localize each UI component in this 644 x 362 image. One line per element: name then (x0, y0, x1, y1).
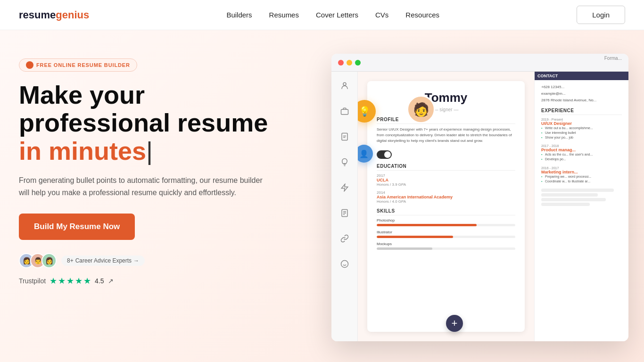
exp-item-2: 2017 - 2018 Product manag... Acts as the… (541, 144, 622, 162)
cursor: | (146, 137, 153, 165)
browser-dot-maximize (355, 60, 361, 66)
profile-text: Senior UI/UX Designer with 7+ years of e… (377, 127, 515, 144)
nav-resources[interactable]: Resources (405, 11, 439, 19)
star-1: ★ (50, 276, 57, 286)
svg-marker-5 (341, 184, 348, 191)
resume-card: 🧑 Tommy — signer — PROFILE Senior UI/UX … (367, 81, 525, 332)
sidebar-bolt-icon[interactable] (336, 179, 353, 196)
skill-illustrator: Illustrator (377, 230, 515, 238)
experience-title: EXPERIENCE (541, 108, 622, 115)
star-3: ★ (66, 276, 74, 286)
edu-item-2: 2014 Asia American International Academy… (377, 190, 515, 204)
profile-section-title: PROFILE (377, 117, 515, 124)
nav-links: Builders Resumes Cover Letters CVs Resou… (226, 11, 439, 19)
badge-text: FREE ONLINE RESUME BUILDER (36, 62, 130, 68)
hero-left: FREE ONLINE RESUME BUILDER Make your pro… (19, 30, 322, 286)
browser-dot-close (338, 60, 344, 66)
contact-phone: +628 12345... (541, 85, 622, 89)
social-proof: 👩 👨 👩 8+ Career Advice Experts → (19, 253, 322, 268)
browser-mockup: Forma... (331, 54, 628, 341)
browser-content: 💡 👤 🧑 Tommy — signer — PROFILE Senior UI… (331, 72, 628, 341)
trustpilot-link-arrow[interactable]: ↗ (108, 277, 114, 285)
sidebar-person-icon[interactable] (336, 77, 353, 94)
expert-count: 8+ (67, 257, 74, 264)
logo-resume-text: resume (19, 9, 56, 21)
login-button[interactable]: Login (577, 6, 625, 24)
education-section-title: EDUCATION (377, 164, 515, 171)
trustpilot-row: Trustpilot ★ ★ ★ ★ ★ 4.5 ↗ (19, 276, 322, 286)
contact-address: 2876 Rhode Island Avenue, No... (541, 98, 622, 102)
rating-number: 4.5 (95, 277, 104, 285)
builder-sidebar (331, 72, 358, 341)
sidebar-lightbulb-icon[interactable] (336, 154, 353, 171)
resume-preview: 🧑 Tommy — signer — PROFILE Senior UI/UX … (358, 72, 534, 341)
star-half: ★ (83, 276, 91, 286)
browser-dot-minimize (347, 60, 352, 66)
hero-title-line2: professional resume (19, 108, 268, 137)
hero-right: Forma... (322, 30, 628, 341)
resume-avatar: 🧑 (407, 95, 435, 123)
svg-rect-2 (342, 133, 347, 140)
resume-right-panel: CONTACT +628 12345... example@m... 2876 … (534, 72, 628, 341)
expert-badge: 8+ Career Advice Experts → (61, 255, 145, 266)
nav-builders[interactable]: Builders (226, 11, 252, 19)
contact-title: CONTACT (535, 72, 628, 80)
trustpilot-label: Trustpilot (19, 277, 46, 285)
navbar: resumegenius Builders Resumes Cover Lett… (0, 0, 644, 30)
exp-item-1: 2019 - Present UI/UX Designer Write out … (541, 118, 622, 140)
toggle[interactable] (377, 150, 392, 159)
resume-name: Tommy (377, 90, 515, 105)
hero-description: From generating bullet points to automat… (19, 174, 264, 198)
builder-main: 💡 👤 🧑 Tommy — signer — PROFILE Senior UI… (358, 72, 628, 341)
browser-bar: Forma... (331, 54, 628, 72)
placeholder-lines (541, 189, 622, 206)
badge-icon (26, 61, 33, 69)
nav-cover-letters[interactable]: Cover Letters (316, 11, 358, 19)
hero-title-line1: Make your (19, 81, 145, 109)
badge: FREE ONLINE RESUME BUILDER (19, 58, 137, 72)
nav-cvs[interactable]: CVs (375, 11, 388, 19)
logo-genius-text: genius (56, 9, 89, 21)
logo[interactable]: resumegenius (19, 9, 89, 21)
skill-photoshop: Photoshop (377, 218, 515, 226)
contact-email: example@m... (541, 91, 622, 96)
sidebar-briefcase-icon[interactable] (336, 103, 353, 120)
sidebar-document-icon[interactable] (336, 128, 353, 145)
cta-button[interactable]: Build My Resume Now (19, 214, 135, 240)
expert-arrow: → (133, 257, 139, 264)
add-section-button[interactable]: + (446, 315, 463, 332)
svg-point-0 (343, 82, 346, 85)
sidebar-link-icon[interactable] (336, 230, 353, 247)
stars: ★ ★ ★ ★ ★ (50, 276, 91, 286)
exp-item-3: 2016 - 2017 Marketing intern... Preparin… (541, 166, 622, 184)
hero-section: FREE ONLINE RESUME BUILDER Make your pro… (0, 30, 644, 362)
sidebar-file-icon[interactable] (336, 205, 353, 222)
toggle-row (377, 150, 515, 159)
format-label: Forma... (604, 56, 622, 61)
avatars: 👩 👨 👩 (19, 253, 57, 268)
sidebar-smiley-icon[interactable] (336, 255, 353, 272)
avatar-3: 👩 (41, 253, 57, 268)
svg-point-10 (341, 261, 348, 268)
svg-rect-1 (341, 109, 348, 115)
nav-resumes[interactable]: Resumes (269, 11, 299, 19)
star-2: ★ (58, 276, 66, 286)
edu-item-1: 2017 UCLA Honors / 3.9 GPA (377, 173, 515, 187)
resume-role: — signer — (377, 107, 515, 112)
skills-section-title: SKILLS (377, 208, 515, 215)
hero-title: Make your professional resume in minutes… (19, 81, 322, 165)
skill-mockups: Mockups (377, 242, 515, 250)
expert-label: Career Advice Experts (75, 257, 132, 264)
hero-title-accent: in minutes| (19, 137, 153, 165)
star-4: ★ (75, 276, 83, 286)
